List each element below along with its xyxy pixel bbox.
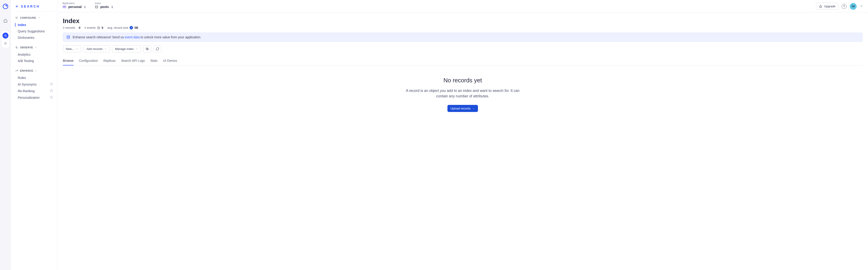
svg-point-15 — [98, 26, 99, 27]
check-badge-icon — [130, 26, 133, 29]
add-pill-icon[interactable] — [2, 40, 8, 46]
application-selector-label: Application — [62, 2, 86, 5]
index-value: posts — [100, 5, 108, 9]
chevron-down-icon[interactable] — [860, 4, 863, 8]
rail-search-group — [2, 31, 9, 48]
stat-avg-size: avg. record size 0B — [107, 26, 138, 29]
svg-marker-10 — [50, 83, 53, 85]
star-icon — [50, 89, 53, 93]
empty-heading: No records yet — [403, 77, 522, 84]
help-icon[interactable]: ? — [842, 4, 846, 9]
tab-replicas[interactable]: Replicas — [103, 57, 116, 65]
sidebar-item-rules[interactable]: Rules — [11, 75, 57, 81]
icon-rail — [0, 0, 11, 270]
chevron-down-icon — [135, 48, 138, 50]
new-button[interactable]: New... — [63, 45, 81, 52]
svg-marker-12 — [50, 96, 53, 99]
chevron-down-icon — [35, 46, 37, 49]
stat-records: # records 0 — [63, 26, 81, 29]
index-selector[interactable]: Index posts ▴▾ — [95, 2, 113, 9]
tabs: Browse Configuration Replicas Search API… — [63, 57, 863, 65]
refresh-button[interactable] — [153, 45, 161, 52]
svg-marker-14 — [819, 5, 822, 8]
svg-marker-11 — [50, 89, 53, 92]
sidebar-title: SEARCH — [11, 5, 57, 11]
banner-text-suffix: to unlock more value from your applicati… — [140, 35, 201, 39]
target-icon — [15, 5, 19, 8]
application-value: personal — [68, 5, 82, 9]
copy-icon — [146, 47, 149, 51]
tab-configuration[interactable]: Configuration — [79, 57, 98, 65]
main: Application PE personal ▴▾ Index — [57, 0, 868, 270]
chevron-down-icon — [35, 70, 37, 72]
sidebar-item-analytics[interactable]: Analytics — [11, 51, 57, 58]
sidebar-item-index[interactable]: Index — [11, 22, 57, 28]
empty-state: No records yet A record is an object you… — [403, 77, 522, 112]
gear-icon — [15, 16, 18, 19]
activity-icon — [15, 46, 18, 49]
chevron-down-icon — [472, 107, 475, 110]
avatar[interactable]: IM — [850, 3, 857, 10]
star-icon — [50, 96, 53, 100]
database-icon — [97, 26, 100, 29]
tab-ui-demos[interactable]: UI Demos — [163, 57, 177, 65]
application-selector[interactable]: Application PE personal ▴▾ — [62, 2, 86, 9]
database-icon — [66, 35, 70, 39]
star-icon — [50, 82, 53, 86]
sidebar-item-dictionaries[interactable]: Dictionaries — [11, 34, 57, 41]
empty-body: A record is an object you add to an inde… — [403, 88, 522, 99]
stats-row: # records 0 # events 0 avg. record size — [63, 26, 863, 29]
copy-button[interactable] — [143, 45, 151, 52]
relevance-banner: Enhance search relevance! Send us event … — [63, 33, 863, 42]
svg-point-9 — [16, 17, 17, 18]
database-icon — [95, 5, 98, 9]
search-pill-icon[interactable] — [2, 33, 8, 38]
svg-point-16 — [67, 35, 70, 37]
chevron-down-icon — [104, 48, 107, 50]
chevron-down-icon — [76, 48, 78, 50]
refresh-icon — [156, 47, 159, 51]
application-badge: PE — [62, 5, 66, 8]
banner-text-prefix: Enhance search relevance! Send us — [73, 35, 125, 39]
action-row: New... Add records Manage index — [63, 45, 863, 52]
svg-point-13 — [95, 5, 98, 6]
sidebar-item-ai-synonyms[interactable]: AI Synonyms — [11, 81, 57, 87]
index-selector-label: Index — [95, 2, 113, 5]
home-icon[interactable] — [2, 17, 9, 24]
svg-line-3 — [6, 36, 7, 37]
sort-chevrons-icon: ▴▾ — [112, 5, 113, 8]
tab-browse[interactable]: Browse — [63, 57, 73, 65]
sidebar: SEARCH CONFIGURE Index Query Suggestions… — [11, 0, 57, 270]
section-header-configure[interactable]: CONFIGURE — [11, 15, 57, 22]
section-header-enhance[interactable]: ENHANCE — [11, 68, 57, 75]
sidebar-item-query-suggestions[interactable]: Query Suggestions — [11, 28, 57, 34]
svg-point-1 — [5, 6, 6, 7]
tab-stats[interactable]: Stats — [150, 57, 158, 65]
sidebar-item-re-ranking[interactable]: Re-Ranking — [11, 87, 57, 94]
tab-search-api-logs[interactable]: Search API Logs — [121, 57, 145, 65]
page-title: Index — [63, 17, 863, 25]
sidebar-item-personalization[interactable]: Personalization — [11, 94, 57, 101]
svg-point-7 — [16, 6, 17, 7]
sort-chevrons-icon: ▴▾ — [84, 5, 86, 8]
manage-index-button[interactable]: Manage index — [112, 45, 141, 52]
upload-records-button[interactable]: Upload records — [447, 105, 478, 112]
brand-logo[interactable] — [2, 3, 9, 10]
star-icon — [819, 5, 822, 8]
chevron-down-icon — [38, 17, 40, 19]
sidebar-section-enhance: ENHANCE Rules AI Synonyms Re-Ranking Per… — [11, 68, 57, 105]
stat-events: # events 0 — [85, 26, 103, 29]
svg-point-2 — [5, 35, 6, 36]
section-header-observe[interactable]: OBSERVE — [11, 45, 57, 51]
banner-link[interactable]: event data — [125, 35, 140, 39]
sidebar-item-ab-testing[interactable]: A/B Testing — [11, 58, 57, 64]
sidebar-section-configure: CONFIGURE Index Query Suggestions Dictio… — [11, 15, 57, 45]
trend-icon — [15, 69, 18, 72]
upgrade-button[interactable]: Upgrade — [816, 3, 838, 10]
add-records-button[interactable]: Add records — [84, 45, 110, 52]
sidebar-section-observe: OBSERVE Analytics A/B Testing — [11, 45, 57, 68]
topbar: Application PE personal ▴▾ Index — [57, 0, 868, 12]
